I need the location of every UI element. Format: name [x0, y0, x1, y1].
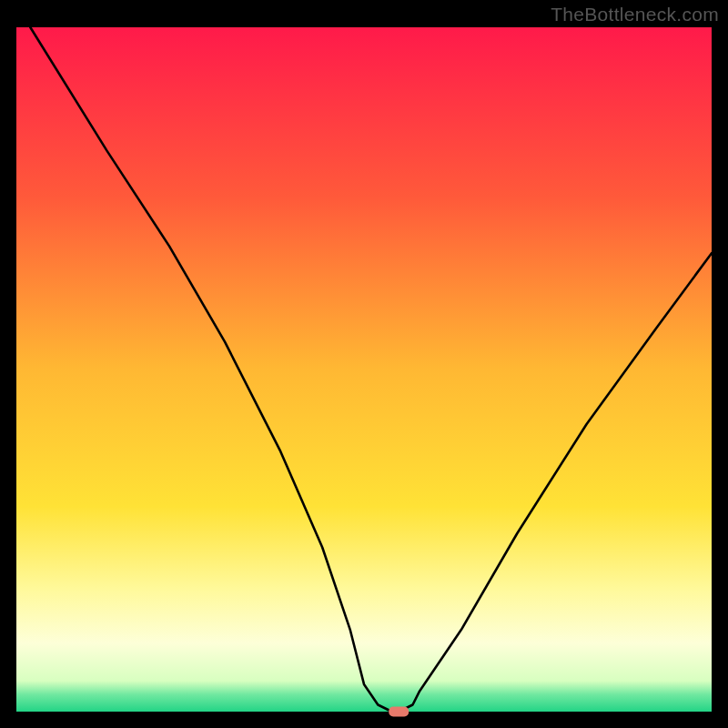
chart-container: TheBottleneck.com — [0, 0, 728, 728]
plot-background — [16, 27, 712, 712]
watermark-label: TheBottleneck.com — [551, 4, 719, 25]
optimum-marker — [389, 707, 409, 717]
bottleneck-chart — [0, 0, 728, 728]
